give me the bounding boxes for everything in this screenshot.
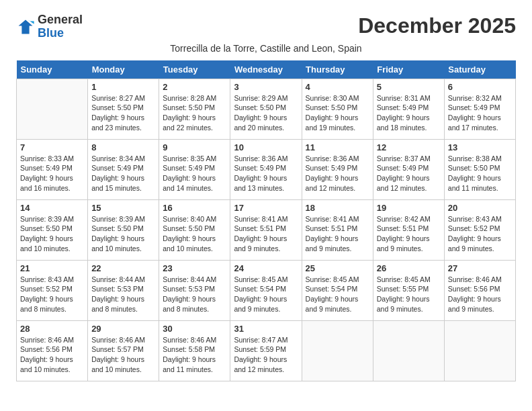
header-sunday: Sunday — [17, 60, 88, 79]
day-cell: 4Sunrise: 8:30 AM Sunset: 5:50 PM Daylig… — [302, 79, 373, 139]
day-number: 28 — [20, 324, 84, 334]
day-number: 24 — [234, 263, 298, 273]
day-info: Sunrise: 8:44 AM Sunset: 5:53 PM Dayligh… — [91, 275, 155, 314]
day-cell: 1Sunrise: 8:27 AM Sunset: 5:50 PM Daylig… — [88, 79, 159, 139]
day-number: 12 — [377, 142, 441, 152]
day-number: 19 — [377, 203, 441, 213]
day-cell: 21Sunrise: 8:43 AM Sunset: 5:52 PM Dayli… — [17, 260, 88, 320]
day-cell: 28Sunrise: 8:46 AM Sunset: 5:56 PM Dayli… — [17, 320, 88, 381]
day-info: Sunrise: 8:36 AM Sunset: 5:49 PM Dayligh… — [306, 154, 369, 193]
day-number: 29 — [91, 324, 155, 334]
day-cell: 20Sunrise: 8:43 AM Sunset: 5:52 PM Dayli… — [444, 199, 515, 260]
day-number: 27 — [448, 263, 512, 273]
day-info: Sunrise: 8:28 AM Sunset: 5:50 PM Dayligh… — [163, 93, 226, 133]
day-number: 14 — [20, 203, 84, 213]
day-number: 3 — [234, 82, 298, 92]
day-cell: 5Sunrise: 8:31 AM Sunset: 5:49 PM Daylig… — [373, 79, 444, 139]
day-info: Sunrise: 8:41 AM Sunset: 5:51 PM Dayligh… — [306, 214, 369, 254]
week-row-3: 21Sunrise: 8:43 AM Sunset: 5:52 PM Dayli… — [17, 260, 516, 320]
day-info: Sunrise: 8:45 AM Sunset: 5:54 PM Dayligh… — [234, 275, 298, 314]
day-info: Sunrise: 8:44 AM Sunset: 5:53 PM Dayligh… — [163, 275, 226, 314]
day-number: 17 — [234, 203, 298, 213]
header-saturday: Saturday — [444, 60, 515, 79]
day-cell: 2Sunrise: 8:28 AM Sunset: 5:50 PM Daylig… — [159, 79, 230, 139]
day-cell: 7Sunrise: 8:33 AM Sunset: 5:49 PM Daylig… — [17, 139, 88, 199]
day-info: Sunrise: 8:29 AM Sunset: 5:50 PM Dayligh… — [234, 93, 298, 133]
day-info: Sunrise: 8:45 AM Sunset: 5:55 PM Dayligh… — [377, 275, 441, 314]
day-cell: 11Sunrise: 8:36 AM Sunset: 5:49 PM Dayli… — [302, 139, 373, 199]
subtitle: Torrecilla de la Torre, Castille and Leo… — [16, 43, 516, 54]
day-info: Sunrise: 8:39 AM Sunset: 5:50 PM Dayligh… — [20, 214, 84, 254]
day-cell — [302, 320, 373, 381]
week-row-2: 14Sunrise: 8:39 AM Sunset: 5:50 PM Dayli… — [17, 199, 516, 260]
day-number: 23 — [163, 263, 226, 273]
header: General Blue December 2025 — [16, 13, 516, 40]
day-cell: 10Sunrise: 8:36 AM Sunset: 5:49 PM Dayli… — [230, 139, 302, 199]
day-info: Sunrise: 8:33 AM Sunset: 5:49 PM Dayligh… — [20, 154, 84, 193]
day-info: Sunrise: 8:36 AM Sunset: 5:49 PM Dayligh… — [234, 154, 298, 193]
day-cell: 22Sunrise: 8:44 AM Sunset: 5:53 PM Dayli… — [88, 260, 159, 320]
header-wednesday: Wednesday — [230, 60, 302, 79]
header-tuesday: Tuesday — [159, 60, 230, 79]
day-info: Sunrise: 8:27 AM Sunset: 5:50 PM Dayligh… — [91, 93, 155, 133]
header-thursday: Thursday — [302, 60, 373, 79]
day-info: Sunrise: 8:30 AM Sunset: 5:50 PM Dayligh… — [306, 93, 369, 133]
day-info: Sunrise: 8:39 AM Sunset: 5:50 PM Dayligh… — [91, 214, 155, 254]
day-number: 21 — [20, 263, 84, 273]
day-cell: 12Sunrise: 8:37 AM Sunset: 5:49 PM Dayli… — [373, 139, 444, 199]
day-number: 25 — [306, 263, 369, 273]
calendar-header-row: SundayMondayTuesdayWednesdayThursdayFrid… — [17, 60, 516, 79]
day-cell: 19Sunrise: 8:42 AM Sunset: 5:51 PM Dayli… — [373, 199, 444, 260]
day-cell — [444, 320, 515, 381]
day-number: 26 — [377, 263, 441, 273]
day-cell: 17Sunrise: 8:41 AM Sunset: 5:51 PM Dayli… — [230, 199, 302, 260]
day-cell: 29Sunrise: 8:46 AM Sunset: 5:57 PM Dayli… — [88, 320, 159, 381]
day-info: Sunrise: 8:43 AM Sunset: 5:52 PM Dayligh… — [20, 275, 84, 314]
day-cell: 13Sunrise: 8:38 AM Sunset: 5:50 PM Dayli… — [444, 139, 515, 199]
day-info: Sunrise: 8:35 AM Sunset: 5:49 PM Dayligh… — [163, 154, 226, 193]
day-info: Sunrise: 8:31 AM Sunset: 5:49 PM Dayligh… — [377, 93, 441, 133]
day-cell: 25Sunrise: 8:45 AM Sunset: 5:54 PM Dayli… — [302, 260, 373, 320]
day-info: Sunrise: 8:34 AM Sunset: 5:49 PM Dayligh… — [91, 154, 155, 193]
day-info: Sunrise: 8:40 AM Sunset: 5:50 PM Dayligh… — [163, 214, 226, 254]
logo-blue: Blue — [38, 26, 64, 40]
day-cell — [17, 79, 88, 139]
header-friday: Friday — [373, 60, 444, 79]
header-monday: Monday — [88, 60, 159, 79]
logo: General Blue — [16, 13, 83, 40]
day-info: Sunrise: 8:41 AM Sunset: 5:51 PM Dayligh… — [234, 214, 298, 254]
day-info: Sunrise: 8:46 AM Sunset: 5:57 PM Dayligh… — [91, 335, 155, 375]
day-info: Sunrise: 8:45 AM Sunset: 5:54 PM Dayligh… — [306, 275, 369, 314]
day-info: Sunrise: 8:46 AM Sunset: 5:58 PM Dayligh… — [163, 335, 226, 375]
logo-general: General — [38, 13, 83, 26]
week-row-4: 28Sunrise: 8:46 AM Sunset: 5:56 PM Dayli… — [17, 320, 516, 381]
day-cell: 3Sunrise: 8:29 AM Sunset: 5:50 PM Daylig… — [230, 79, 302, 139]
day-cell: 8Sunrise: 8:34 AM Sunset: 5:49 PM Daylig… — [88, 139, 159, 199]
day-cell: 6Sunrise: 8:32 AM Sunset: 5:49 PM Daylig… — [444, 79, 515, 139]
day-info: Sunrise: 8:43 AM Sunset: 5:52 PM Dayligh… — [448, 214, 512, 254]
day-number: 5 — [377, 82, 441, 92]
logo-icon — [16, 17, 35, 36]
day-number: 13 — [448, 142, 512, 152]
day-number: 11 — [306, 142, 369, 152]
week-row-0: 1Sunrise: 8:27 AM Sunset: 5:50 PM Daylig… — [17, 79, 516, 139]
day-info: Sunrise: 8:46 AM Sunset: 5:56 PM Dayligh… — [20, 335, 84, 375]
day-info: Sunrise: 8:37 AM Sunset: 5:49 PM Dayligh… — [377, 154, 441, 193]
day-cell: 15Sunrise: 8:39 AM Sunset: 5:50 PM Dayli… — [88, 199, 159, 260]
day-number: 8 — [91, 142, 155, 152]
day-number: 10 — [234, 142, 298, 152]
day-info: Sunrise: 8:38 AM Sunset: 5:50 PM Dayligh… — [448, 154, 512, 193]
day-number: 6 — [448, 82, 512, 92]
day-cell: 31Sunrise: 8:47 AM Sunset: 5:59 PM Dayli… — [230, 320, 302, 381]
day-cell: 26Sunrise: 8:45 AM Sunset: 5:55 PM Dayli… — [373, 260, 444, 320]
week-row-1: 7Sunrise: 8:33 AM Sunset: 5:49 PM Daylig… — [17, 139, 516, 199]
day-info: Sunrise: 8:47 AM Sunset: 5:59 PM Dayligh… — [234, 335, 298, 375]
day-cell: 24Sunrise: 8:45 AM Sunset: 5:54 PM Dayli… — [230, 260, 302, 320]
day-cell: 9Sunrise: 8:35 AM Sunset: 5:49 PM Daylig… — [159, 139, 230, 199]
day-number: 4 — [306, 82, 369, 92]
day-cell: 14Sunrise: 8:39 AM Sunset: 5:50 PM Dayli… — [17, 199, 88, 260]
day-number: 22 — [91, 263, 155, 273]
day-info: Sunrise: 8:46 AM Sunset: 5:56 PM Dayligh… — [448, 275, 512, 314]
day-number: 7 — [20, 142, 84, 152]
day-number: 9 — [163, 142, 226, 152]
